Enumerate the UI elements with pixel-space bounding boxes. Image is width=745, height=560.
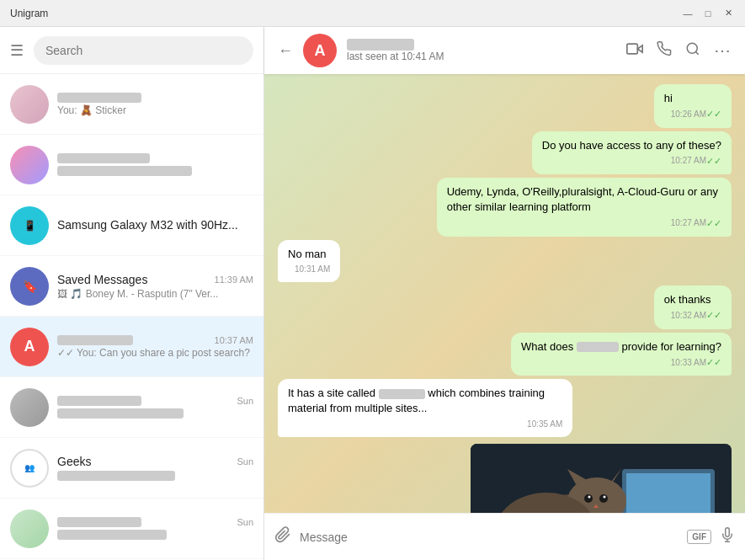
list-item[interactable] (0, 135, 263, 195)
chat-info (57, 153, 253, 177)
back-button[interactable]: ← (278, 42, 293, 60)
attach-button[interactable] (274, 526, 291, 547)
chat-name-row (57, 153, 253, 163)
table-row: It has a site called which combines trai… (278, 379, 732, 436)
message-input[interactable] (300, 531, 678, 544)
phone-button[interactable] (657, 40, 672, 61)
svg-rect-7 (626, 473, 710, 513)
table-row: What does provide for learning? 10:33 AM… (278, 333, 732, 376)
chat-name (57, 93, 141, 103)
chat-name-row: Sun (57, 517, 253, 527)
chat-header: ← A last seen at 10:41 AM ⋯ (264, 27, 745, 74)
message-bubble: Do you have access to any of these? 10:2… (532, 131, 732, 175)
contact-name (347, 39, 414, 51)
avatar: A (10, 328, 49, 366)
table-row: ok thanks 10:32 AM ✓✓ (278, 285, 732, 329)
maximize-button[interactable]: □ (701, 7, 715, 20)
chat-name-row: Sun (57, 396, 253, 406)
list-item[interactable]: 📱 Samsung Galaxy M32 with 90Hz... (0, 195, 263, 256)
chat-name-row: Geeks Sun (57, 455, 253, 468)
table-row: GIF (278, 444, 732, 513)
svg-point-14 (599, 494, 608, 503)
chat-name: Geeks (57, 455, 91, 468)
sidebar: ☰ You: 🧸 Sticker (0, 27, 264, 560)
chat-info: Saved Messages 11:39 AM 🖼 🎵 Boney M. - R… (57, 273, 253, 300)
list-item[interactable]: Sun (0, 499, 263, 559)
chat-info: Sun (57, 517, 253, 541)
chat-name (57, 517, 141, 527)
chat-name: Samsung Galaxy M32 with 90Hz... (57, 218, 238, 232)
message-bubble: ok thanks 10:32 AM ✓✓ (654, 285, 732, 329)
menu-button[interactable]: ☰ (10, 41, 24, 60)
titlebar: Unigram — □ ✕ (0, 0, 745, 27)
minimize-button[interactable]: — (681, 7, 694, 20)
list-item[interactable]: A 10:37 AM ✓✓ You: Can you share a pic p… (0, 317, 263, 377)
svg-point-15 (588, 495, 591, 498)
chat-name (57, 335, 133, 345)
avatar: 📱 (10, 206, 49, 245)
avatar: 👥 (10, 449, 49, 488)
header-actions: ⋯ (626, 40, 732, 61)
search-input[interactable] (34, 36, 253, 65)
message-input-bar: GIF (264, 513, 745, 560)
message-bubble: What does provide for learning? 10:33 AM… (511, 333, 732, 376)
chat-preview: ✓✓ You: Can you share a pic post search? (57, 347, 253, 359)
voice-button[interactable] (720, 527, 735, 547)
chat-preview (57, 470, 253, 482)
chat-preview (57, 165, 253, 177)
chat-preview: You: 🧸 Sticker (57, 104, 253, 116)
chat-preview (57, 529, 253, 541)
svg-line-3 (695, 51, 698, 54)
window-controls: — □ ✕ (681, 7, 735, 20)
chat-preview (57, 408, 253, 419)
contact-avatar: A (303, 34, 337, 67)
table-row: Udemy, Lynda, O'Reilly,pluralsight, A-Cl… (278, 178, 732, 237)
message-bubble: Udemy, Lynda, O'Reilly,pluralsight, A-Cl… (437, 178, 732, 237)
list-item[interactable]: 👥 Geeks Sun (0, 438, 263, 499)
table-row: Do you have access to any of these? 10:2… (278, 131, 732, 175)
sidebar-header: ☰ (0, 27, 263, 74)
svg-point-13 (584, 494, 593, 503)
contact-status: last seen at 10:41 AM (347, 51, 616, 62)
gif-button[interactable]: GIF (687, 530, 711, 544)
video-call-button[interactable] (626, 40, 643, 61)
chat-name-row (57, 93, 253, 103)
search-button[interactable] (685, 40, 700, 61)
gif-image (471, 444, 732, 513)
close-button[interactable]: ✕ (721, 7, 735, 20)
chat-name-row: Saved Messages 11:39 AM (57, 273, 253, 286)
more-button[interactable]: ⋯ (714, 40, 732, 61)
app-title: Unigram (10, 8, 48, 19)
main-layout: ☰ You: 🧸 Sticker (0, 27, 745, 560)
message-bubble: No man 10:31 AM (278, 240, 340, 282)
list-item[interactable]: 🔖 Saved Messages 11:39 AM 🖼 🎵 Boney M. -… (0, 256, 263, 317)
avatar: 🔖 (10, 267, 49, 306)
chat-name (57, 153, 150, 163)
svg-point-16 (604, 495, 606, 498)
svg-point-2 (687, 43, 697, 53)
chat-preview: 🖼 🎵 Boney M. - Rasputin (7" Ver... (57, 288, 253, 300)
chat-info: Samsung Galaxy M32 with 90Hz... (57, 218, 253, 233)
message-bubble: It has a site called which combines trai… (278, 379, 572, 436)
chat-name-row: Samsung Galaxy M32 with 90Hz... (57, 218, 253, 232)
avatar (10, 388, 49, 427)
chat-info: Geeks Sun (57, 455, 253, 482)
chat-list: You: 🧸 Sticker 📱 (0, 74, 263, 560)
chat-info: You: 🧸 Sticker (57, 93, 253, 116)
avatar (10, 146, 49, 184)
svg-marker-0 (637, 45, 642, 52)
message-bubble: hi 10:26 AM ✓✓ (654, 84, 732, 128)
chat-panel: ← A last seen at 10:41 AM ⋯ (264, 27, 745, 560)
chat-header-info: last seen at 10:41 AM (347, 39, 616, 62)
avatar (10, 85, 49, 124)
messages-area: hi 10:26 AM ✓✓ Do you have access to any… (264, 74, 745, 513)
chat-name: Saved Messages (57, 273, 147, 286)
table-row: No man 10:31 AM (278, 240, 732, 282)
chat-name (57, 396, 141, 406)
gif-message[interactable]: GIF (471, 444, 732, 513)
list-item[interactable]: Sun (0, 377, 263, 438)
list-item[interactable]: You: 🧸 Sticker (0, 74, 263, 135)
svg-rect-1 (627, 44, 638, 54)
chat-name-row: 10:37 AM (57, 335, 253, 345)
chat-info: 10:37 AM ✓✓ You: Can you share a pic pos… (57, 335, 253, 359)
